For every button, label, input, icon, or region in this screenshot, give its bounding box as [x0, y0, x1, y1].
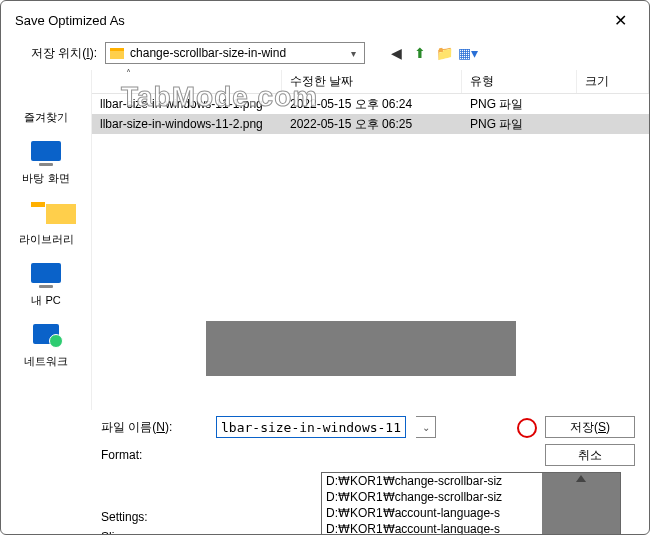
- sidebar-item-label: 내 PC: [31, 294, 60, 306]
- file-type: PNG 파일: [462, 96, 577, 113]
- autocomplete-popup: D:₩KOR1₩change-scrollbar-siz D:₩KOR1₩cha…: [321, 472, 621, 535]
- pc-icon: [31, 263, 61, 283]
- location-value: change-scrollbar-size-in-wind: [130, 46, 341, 60]
- col-date[interactable]: 수정한 날짜: [282, 70, 462, 93]
- back-icon[interactable]: ◀: [387, 44, 405, 62]
- file-date: 2022-05-15 오후 06:24: [282, 96, 462, 113]
- column-headers: ˄ 수정한 날짜 유형 크기: [92, 70, 649, 94]
- col-name[interactable]: [92, 70, 282, 93]
- col-size[interactable]: 크기: [577, 70, 649, 93]
- filename-dropdown-button[interactable]: ⌄: [416, 416, 436, 438]
- chevron-down-icon[interactable]: ▾: [347, 48, 360, 59]
- redacted-region: [206, 321, 516, 376]
- sidebar-item-desktop[interactable]: 바탕 화면: [6, 135, 86, 194]
- places-sidebar: 즐겨찾기 바탕 화면 라이브러리 내 PC 네트워크: [1, 70, 91, 410]
- settings-label: Settings:: [101, 510, 206, 524]
- sort-indicator-icon: ˄: [126, 68, 131, 79]
- save-button[interactable]: 저장(S): [545, 416, 635, 438]
- window-title: Save Optimized As: [15, 13, 125, 28]
- cancel-button[interactable]: 취소: [545, 444, 635, 466]
- location-label: 저장 위치(I):: [31, 45, 97, 62]
- file-date: 2022-05-15 오후 06:25: [282, 116, 462, 133]
- location-combo[interactable]: change-scrollbar-size-in-wind ▾: [105, 42, 365, 64]
- filename-label: 파일 이름(N):: [101, 419, 206, 436]
- col-type[interactable]: 유형: [462, 70, 577, 93]
- folder-icon: [31, 202, 61, 224]
- filename-input[interactable]: [221, 420, 401, 435]
- scroll-up-icon: [576, 475, 586, 482]
- sidebar-item-network[interactable]: 네트워크: [6, 318, 86, 377]
- sidebar-item-label: 즐겨찾기: [24, 111, 68, 123]
- close-icon[interactable]: ✕: [606, 9, 635, 32]
- file-name: llbar-size-in-windows-11-1.png: [92, 97, 282, 111]
- file-row[interactable]: llbar-size-in-windows-11-2.png 2022-05-1…: [92, 114, 649, 134]
- file-name: llbar-size-in-windows-11-2.png: [92, 117, 282, 131]
- view-menu-icon[interactable]: ▦▾: [459, 44, 477, 62]
- sidebar-item-favorites[interactable]: 즐겨찾기: [6, 76, 86, 133]
- autocomplete-item[interactable]: D:₩KOR1₩change-scrollbar-siz: [322, 489, 542, 505]
- up-icon[interactable]: ⬆: [411, 44, 429, 62]
- highlight-circle: [517, 418, 537, 438]
- file-type: PNG 파일: [462, 116, 577, 133]
- autocomplete-item[interactable]: D:₩KOR1₩account-language-s: [322, 521, 542, 535]
- slices-label: Slices:: [101, 530, 206, 535]
- sidebar-item-label: 라이브러리: [19, 233, 74, 245]
- format-label: Format:: [101, 448, 206, 462]
- new-folder-icon[interactable]: 📁: [435, 44, 453, 62]
- filename-input-wrap: [216, 416, 406, 438]
- autocomplete-scrollbar[interactable]: [542, 473, 620, 535]
- folder-icon: [110, 48, 124, 59]
- autocomplete-item[interactable]: D:₩KOR1₩change-scrollbar-siz: [322, 473, 542, 489]
- file-row[interactable]: llbar-size-in-windows-11-1.png 2022-05-1…: [92, 94, 649, 114]
- monitor-icon: [31, 141, 61, 161]
- sidebar-item-label: 네트워크: [24, 355, 68, 367]
- autocomplete-item[interactable]: D:₩KOR1₩account-language-s: [322, 505, 542, 521]
- network-icon: [33, 324, 59, 344]
- chevron-down-icon: ⌄: [422, 422, 430, 433]
- sidebar-item-libraries[interactable]: 라이브러리: [6, 196, 86, 255]
- autocomplete-list: D:₩KOR1₩change-scrollbar-siz D:₩KOR1₩cha…: [322, 473, 542, 535]
- sidebar-item-label: 바탕 화면: [22, 172, 69, 184]
- sidebar-item-thispc[interactable]: 내 PC: [6, 257, 86, 316]
